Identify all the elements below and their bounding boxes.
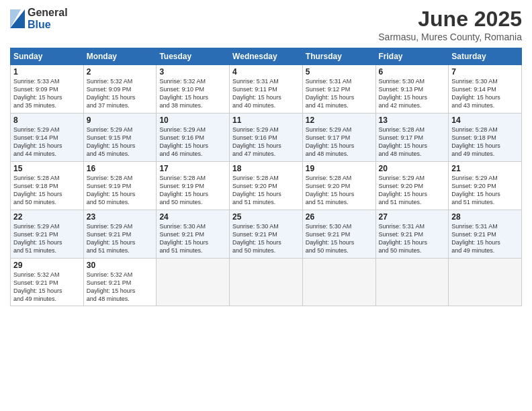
table-row: 29Sunrise: 5:32 AMSunset: 9:21 PMDayligh… (11, 259, 84, 306)
day-number: 28 (451, 212, 519, 222)
table-row: 30Sunrise: 5:32 AMSunset: 9:21 PMDayligh… (83, 259, 157, 306)
table-row: 11Sunrise: 5:29 AMSunset: 9:16 PMDayligh… (230, 113, 303, 162)
month-title: June 2025 (378, 7, 522, 32)
day-number: 26 (306, 212, 373, 222)
table-row: 4Sunrise: 5:31 AMSunset: 9:11 PMDaylight… (230, 65, 303, 113)
day-info: Sunrise: 5:30 AMSunset: 9:13 PMDaylight:… (379, 78, 428, 109)
logo-text: General Blue (28, 7, 68, 30)
day-number: 15 (13, 164, 81, 173)
table-row: 26Sunrise: 5:30 AMSunset: 9:21 PMDayligh… (302, 210, 375, 259)
day-info: Sunrise: 5:28 AMSunset: 9:19 PMDaylight:… (87, 175, 136, 205)
title-block: June 2025 Sarmasu, Mures County, Romania (378, 7, 522, 42)
header-row: Sunday Monday Tuesday Wednesday Thursday… (11, 48, 522, 65)
day-number: 10 (159, 116, 226, 125)
table-row: 16Sunrise: 5:28 AMSunset: 9:19 PMDayligh… (83, 162, 157, 210)
day-info: Sunrise: 5:29 AMSunset: 9:14 PMDaylight:… (13, 126, 62, 157)
day-info: Sunrise: 5:28 AMSunset: 9:20 PMDaylight:… (232, 175, 281, 205)
logo-general: General (28, 7, 68, 18)
table-row: 28Sunrise: 5:31 AMSunset: 9:21 PMDayligh… (449, 210, 522, 259)
day-number: 13 (379, 116, 446, 125)
day-number: 24 (159, 212, 226, 222)
day-number: 23 (87, 212, 154, 222)
day-number: 2 (87, 67, 154, 77)
day-number: 18 (232, 164, 300, 173)
day-info: Sunrise: 5:32 AMSunset: 9:09 PMDaylight:… (87, 78, 136, 109)
day-number: 9 (87, 116, 154, 125)
day-number: 8 (13, 116, 81, 125)
day-info: Sunrise: 5:30 AMSunset: 9:21 PMDaylight:… (232, 223, 281, 254)
day-info: Sunrise: 5:28 AMSunset: 9:20 PMDaylight:… (306, 175, 355, 205)
calendar-table: Sunday Monday Tuesday Wednesday Thursday… (10, 48, 522, 306)
table-row: 17Sunrise: 5:28 AMSunset: 9:19 PMDayligh… (157, 162, 230, 210)
day-number: 19 (306, 164, 373, 173)
table-row (375, 259, 449, 306)
col-saturday: Saturday (449, 48, 522, 65)
table-row (157, 259, 230, 306)
day-number: 22 (13, 212, 81, 222)
header: General Blue June 2025 Sarmasu, Mures Co… (10, 7, 522, 42)
day-info: Sunrise: 5:29 AMSunset: 9:15 PMDaylight:… (87, 126, 136, 157)
day-number: 7 (451, 67, 519, 77)
calendar-page: General Blue June 2025 Sarmasu, Mures Co… (0, 0, 532, 411)
day-info: Sunrise: 5:32 AMSunset: 9:21 PMDaylight:… (13, 271, 62, 302)
day-info: Sunrise: 5:33 AMSunset: 9:09 PMDaylight:… (13, 78, 62, 109)
day-info: Sunrise: 5:31 AMSunset: 9:12 PMDaylight:… (306, 78, 355, 109)
table-row: 22Sunrise: 5:29 AMSunset: 9:21 PMDayligh… (11, 210, 84, 259)
day-number: 21 (451, 164, 519, 173)
table-row: 24Sunrise: 5:30 AMSunset: 9:21 PMDayligh… (157, 210, 230, 259)
location: Sarmasu, Mures County, Romania (378, 32, 522, 42)
day-number: 20 (379, 164, 446, 173)
day-number: 25 (232, 212, 300, 222)
day-number: 6 (379, 67, 446, 77)
col-wednesday: Wednesday (230, 48, 303, 65)
col-sunday: Sunday (11, 48, 84, 65)
table-row: 18Sunrise: 5:28 AMSunset: 9:20 PMDayligh… (230, 162, 303, 210)
logo-icon (10, 9, 25, 28)
table-row: 10Sunrise: 5:29 AMSunset: 9:16 PMDayligh… (157, 113, 230, 162)
day-info: Sunrise: 5:31 AMSunset: 9:21 PMDaylight:… (379, 223, 428, 254)
table-row: 12Sunrise: 5:29 AMSunset: 9:17 PMDayligh… (302, 113, 375, 162)
day-info: Sunrise: 5:31 AMSunset: 9:21 PMDaylight:… (451, 223, 500, 254)
day-info: Sunrise: 5:30 AMSunset: 9:21 PMDaylight:… (306, 223, 355, 254)
table-row: 20Sunrise: 5:29 AMSunset: 9:20 PMDayligh… (375, 162, 449, 210)
table-row: 27Sunrise: 5:31 AMSunset: 9:21 PMDayligh… (375, 210, 449, 259)
table-row: 14Sunrise: 5:28 AMSunset: 9:18 PMDayligh… (449, 113, 522, 162)
col-thursday: Thursday (302, 48, 375, 65)
day-info: Sunrise: 5:30 AMSunset: 9:14 PMDaylight:… (451, 78, 500, 109)
day-info: Sunrise: 5:30 AMSunset: 9:21 PMDaylight:… (159, 223, 208, 254)
logo-blue: Blue (28, 19, 51, 30)
table-row: 1Sunrise: 5:33 AMSunset: 9:09 PMDaylight… (11, 65, 84, 113)
day-info: Sunrise: 5:29 AMSunset: 9:17 PMDaylight:… (306, 126, 355, 157)
table-row: 13Sunrise: 5:28 AMSunset: 9:17 PMDayligh… (375, 113, 449, 162)
day-number: 29 (13, 261, 81, 270)
day-number: 14 (451, 116, 519, 125)
logo: General Blue (10, 7, 68, 30)
table-row: 25Sunrise: 5:30 AMSunset: 9:21 PMDayligh… (230, 210, 303, 259)
table-row (230, 259, 303, 306)
table-row (449, 259, 522, 306)
day-number: 5 (306, 67, 373, 77)
table-row: 21Sunrise: 5:29 AMSunset: 9:20 PMDayligh… (449, 162, 522, 210)
day-number: 1 (13, 67, 81, 77)
table-row: 19Sunrise: 5:28 AMSunset: 9:20 PMDayligh… (302, 162, 375, 210)
day-info: Sunrise: 5:28 AMSunset: 9:17 PMDaylight:… (379, 126, 428, 157)
day-number: 4 (232, 67, 300, 77)
table-row: 23Sunrise: 5:29 AMSunset: 9:21 PMDayligh… (83, 210, 157, 259)
col-tuesday: Tuesday (157, 48, 230, 65)
day-number: 17 (159, 164, 226, 173)
day-info: Sunrise: 5:29 AMSunset: 9:16 PMDaylight:… (232, 126, 281, 157)
day-number: 27 (379, 212, 446, 222)
day-info: Sunrise: 5:32 AMSunset: 9:10 PMDaylight:… (159, 78, 208, 109)
day-number: 12 (306, 116, 373, 125)
day-info: Sunrise: 5:29 AMSunset: 9:16 PMDaylight:… (159, 126, 208, 157)
day-info: Sunrise: 5:29 AMSunset: 9:20 PMDaylight:… (451, 175, 500, 205)
table-row (302, 259, 375, 306)
col-monday: Monday (83, 48, 157, 65)
day-info: Sunrise: 5:28 AMSunset: 9:18 PMDaylight:… (13, 175, 62, 205)
table-row: 6Sunrise: 5:30 AMSunset: 9:13 PMDaylight… (375, 65, 449, 113)
day-number: 11 (232, 116, 300, 125)
table-row: 2Sunrise: 5:32 AMSunset: 9:09 PMDaylight… (83, 65, 157, 113)
day-info: Sunrise: 5:29 AMSunset: 9:21 PMDaylight:… (87, 223, 136, 254)
day-info: Sunrise: 5:31 AMSunset: 9:11 PMDaylight:… (232, 78, 281, 109)
day-number: 16 (87, 164, 154, 173)
